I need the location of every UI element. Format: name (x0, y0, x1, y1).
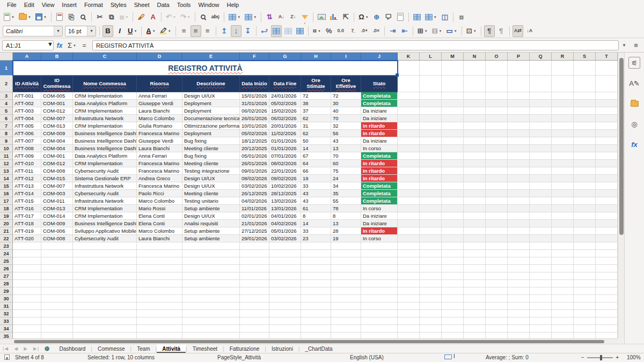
row-header-30[interactable]: 30 (0, 295, 13, 302)
empty-cell[interactable] (182, 242, 240, 250)
data-cell[interactable]: Mario Rossi (137, 205, 182, 212)
empty-cell[interactable] (530, 175, 552, 182)
empty-cell[interactable] (269, 333, 301, 338)
empty-cell[interactable] (420, 76, 442, 92)
empty-cell[interactable] (574, 295, 596, 302)
data-cell[interactable]: 26/01/2026 (240, 160, 269, 167)
data-cell[interactable]: Completata (361, 100, 398, 107)
row-header-31[interactable]: 31 (0, 302, 13, 310)
data-cell[interactable]: 04/02/2026 (269, 220, 301, 227)
empty-cell[interactable] (530, 122, 552, 130)
empty-cell[interactable] (361, 333, 398, 338)
empty-cell[interactable] (596, 152, 618, 160)
empty-cell[interactable] (13, 325, 41, 333)
empty-cell[interactable] (486, 212, 508, 220)
data-cell[interactable]: 37 (301, 107, 331, 115)
empty-cell[interactable] (530, 205, 552, 212)
empty-cell[interactable] (420, 122, 442, 130)
empty-cell[interactable] (596, 100, 618, 107)
empty-cell[interactable] (398, 317, 420, 325)
empty-cell[interactable] (269, 280, 301, 287)
formula-input[interactable]: REGISTRO ATTIVITÀ (92, 40, 619, 50)
empty-cell[interactable] (331, 310, 361, 317)
data-cell[interactable]: 8 (331, 212, 361, 220)
empty-cell[interactable] (574, 220, 596, 227)
empty-cell[interactable] (442, 265, 464, 272)
empty-cell[interactable] (530, 190, 552, 197)
data-cell[interactable]: ATT-003 (13, 107, 41, 115)
data-cell[interactable]: Da iniziare (361, 212, 398, 220)
menu-tools[interactable]: Tools (173, 1, 195, 9)
empty-cell[interactable] (552, 137, 574, 145)
empty-cell[interactable] (596, 235, 618, 242)
empty-cell[interactable] (530, 257, 552, 265)
unmerge-cells-button[interactable] (295, 25, 305, 37)
conditional-formatting-button[interactable]: ⊡▼ (465, 25, 478, 37)
empty-cell[interactable] (13, 280, 41, 287)
empty-cell[interactable] (508, 287, 530, 295)
empty-cell[interactable] (486, 317, 508, 325)
empty-cell[interactable] (240, 280, 269, 287)
spelling-icon[interactable]: abç (210, 11, 222, 23)
empty-cell[interactable] (240, 257, 269, 265)
empty-cell[interactable] (486, 175, 508, 182)
empty-cell[interactable] (508, 182, 530, 190)
data-cell[interactable]: 09/01/2026 (240, 167, 269, 175)
empty-cell[interactable] (486, 257, 508, 265)
freeze-panes-icon[interactable]: ▼ (423, 11, 438, 23)
data-cell[interactable]: 43 (301, 190, 331, 197)
empty-cell[interactable] (137, 287, 182, 295)
table-column-header[interactable]: Ore Stimate (301, 76, 331, 92)
column-header-D[interactable]: D (137, 53, 182, 60)
data-cell[interactable]: Business Intelligence Dashboard (73, 145, 137, 152)
empty-cell[interactable] (552, 190, 574, 197)
empty-cell[interactable] (464, 272, 486, 280)
empty-cell[interactable] (486, 295, 508, 302)
styles-icon[interactable]: A✎ (628, 77, 640, 89)
data-cell[interactable]: 23 (301, 235, 331, 242)
empty-cell[interactable] (530, 287, 552, 295)
empty-cell[interactable] (574, 167, 596, 175)
decrease-indent-button[interactable]: ⇤ (399, 25, 410, 37)
data-cell[interactable]: ATT-014 (13, 190, 41, 197)
data-cell[interactable]: 33 (301, 182, 331, 190)
data-cell[interactable]: 07/01/2026 (269, 152, 301, 160)
empty-cell[interactable] (73, 287, 137, 295)
empty-cell[interactable] (464, 190, 486, 197)
empty-cell[interactable] (574, 242, 596, 250)
data-cell[interactable]: Infrastruttura Network (73, 182, 137, 190)
empty-cell[interactable] (530, 333, 552, 338)
data-cell[interactable]: 05/02/2026 (240, 130, 269, 137)
empty-cell[interactable] (398, 160, 420, 167)
sheet-tab-commesse[interactable]: Commesse (92, 344, 130, 353)
empty-cell[interactable] (240, 242, 269, 250)
data-cell[interactable]: 09/02/2026 (269, 175, 301, 182)
empty-cell[interactable] (464, 197, 486, 205)
first-sheet-icon[interactable]: |◀ (0, 346, 11, 351)
empty-cell[interactable] (508, 272, 530, 280)
data-cell[interactable]: 31/01/2026 (240, 100, 269, 107)
clear-formatting-icon[interactable]: A (148, 11, 158, 23)
empty-cell[interactable] (508, 61, 530, 76)
empty-cell[interactable] (182, 325, 240, 333)
sheet-tab-dashboard[interactable]: Dashboard (54, 344, 91, 353)
empty-cell[interactable] (442, 235, 464, 242)
previous-sheet-icon[interactable]: ◀ (11, 346, 21, 351)
empty-cell[interactable] (486, 287, 508, 295)
empty-cell[interactable] (182, 250, 240, 257)
data-cell[interactable]: Data Analytics Platform (73, 100, 137, 107)
data-cell[interactable]: Da iniziare (361, 137, 398, 145)
merge-cells-button[interactable] (283, 25, 294, 37)
empty-cell[interactable] (574, 227, 596, 235)
empty-cell[interactable] (137, 325, 182, 333)
empty-cell[interactable] (552, 220, 574, 227)
currency-button[interactable]: ¤▼ (311, 25, 323, 37)
data-cell[interactable]: Completata (361, 190, 398, 197)
empty-cell[interactable] (420, 333, 442, 338)
empty-cell[interactable] (301, 325, 331, 333)
empty-cell[interactable] (574, 130, 596, 137)
empty-cell[interactable] (137, 280, 182, 287)
autofilter-icon[interactable] (299, 11, 310, 23)
align-bottom-button[interactable]: ↧ (243, 25, 253, 37)
empty-cell[interactable] (574, 265, 596, 272)
